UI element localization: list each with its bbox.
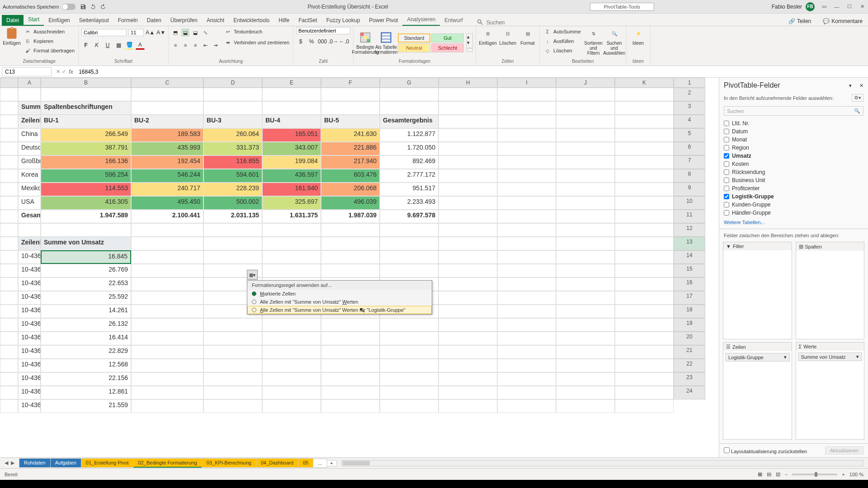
- tell-me-search[interactable]: [486, 19, 527, 26]
- increase-font-icon[interactable]: A▲: [146, 28, 155, 37]
- thousands-icon[interactable]: 000: [318, 37, 327, 46]
- autosum-button[interactable]: ΣAutoSumme: [542, 27, 582, 36]
- tab-formulas[interactable]: Formeln: [113, 15, 142, 26]
- view-layout-icon[interactable]: ▤: [767, 471, 771, 477]
- align-right-icon[interactable]: ≡: [191, 41, 199, 49]
- popup-option-selected-cells[interactable]: Markierte Zellen: [247, 290, 432, 298]
- field-monat[interactable]: Monat: [724, 136, 863, 144]
- row-header[interactable]: 4: [674, 115, 705, 128]
- field-checkbox[interactable]: [724, 202, 729, 207]
- indent-dec-icon[interactable]: ⇤: [201, 41, 209, 49]
- copy-button[interactable]: ⎘Kopieren: [23, 37, 75, 46]
- row-header[interactable]: 15: [674, 264, 705, 277]
- row-header[interactable]: 12: [674, 223, 705, 237]
- fill-color-button[interactable]: 🪣: [125, 41, 134, 50]
- view-normal-icon[interactable]: ▦: [758, 471, 762, 477]
- style-gut[interactable]: Gut: [431, 33, 464, 42]
- field-checkbox[interactable]: [724, 129, 729, 134]
- row-header[interactable]: 8: [674, 169, 705, 183]
- field-datum[interactable]: Datum: [724, 127, 863, 136]
- tab-fuzzy[interactable]: Fuzzy Lookup: [322, 15, 365, 26]
- font-color-button[interactable]: A: [136, 41, 145, 50]
- fill-button[interactable]: ↓Ausfüllen: [542, 37, 582, 46]
- tab-factset[interactable]: FactSet: [294, 15, 321, 26]
- popup-option-all-values-for-group[interactable]: Alle Zellen mit "Summe von Umsatz" Werte…: [247, 306, 432, 314]
- tab-powerpivot[interactable]: Power Pivot: [364, 15, 402, 26]
- underline-button[interactable]: U: [103, 41, 112, 50]
- styles-scroll[interactable]: ▴▾⋯: [467, 33, 473, 52]
- bold-button[interactable]: F: [81, 41, 90, 50]
- style-neutral[interactable]: Neutral: [398, 43, 430, 52]
- field-r-cksendung[interactable]: Rücksendung: [724, 168, 863, 176]
- field-checkbox[interactable]: [724, 186, 729, 191]
- tab-help[interactable]: Hilfe: [274, 15, 294, 26]
- field-lfd--nr-[interactable]: Lfd. Nr.: [724, 119, 863, 127]
- align-middle-icon[interactable]: ⬓: [181, 28, 189, 37]
- row-header[interactable]: 22: [674, 359, 705, 372]
- align-top-icon[interactable]: ⬒: [171, 28, 179, 37]
- style-standard[interactable]: Standard: [398, 33, 430, 42]
- tab-analyze[interactable]: Analysieren: [402, 14, 440, 26]
- italic-button[interactable]: K: [92, 41, 101, 50]
- field-checkbox[interactable]: [724, 178, 729, 183]
- fx-icon[interactable]: fx: [69, 68, 73, 75]
- font-name-select[interactable]: [81, 29, 127, 36]
- tab-pagelayout[interactable]: Seitenlayout: [75, 15, 113, 26]
- sheet-nav-next-icon[interactable]: ▶: [11, 460, 14, 466]
- format-painter-button[interactable]: 🖌Format übertragen: [23, 46, 75, 55]
- tab-file[interactable]: Datei: [2, 15, 24, 26]
- gear-icon[interactable]: ⚙▾: [852, 94, 863, 102]
- comments-button[interactable]: 💬Kommentare: [819, 17, 866, 26]
- enter-formula-icon[interactable]: ✓: [62, 69, 66, 75]
- paste-button[interactable]: Einfügen: [3, 27, 21, 58]
- sheet-tab-05[interactable]: 05: [298, 458, 313, 468]
- search-icon[interactable]: [476, 19, 484, 26]
- format-cells-button[interactable]: ▤Format: [519, 27, 537, 58]
- find-select-button[interactable]: 🔍Suchen und Auswählen: [605, 27, 623, 58]
- field-logistik-gruppe[interactable]: Logistik-Gruppe: [724, 192, 863, 201]
- field-checkbox[interactable]: [724, 137, 729, 142]
- clear-button[interactable]: ◇Löschen: [542, 46, 582, 55]
- share-button[interactable]: 🔗Teilen: [785, 17, 815, 26]
- formatting-options-smarttag[interactable]: ▦▾: [247, 270, 258, 280]
- style-schlecht[interactable]: Schlecht: [431, 43, 464, 52]
- tab-design[interactable]: Entwurf: [440, 15, 467, 26]
- pill-logistik-gruppe[interactable]: Logistik-Gruppe▾: [725, 353, 790, 361]
- field-pane-dropdown-icon[interactable]: ▾: [849, 83, 852, 88]
- field-region[interactable]: Region: [724, 144, 863, 152]
- view-break-icon[interactable]: ▧: [776, 471, 780, 477]
- row-header[interactable]: 2: [674, 88, 705, 101]
- field-h-ndler-gruppe[interactable]: Händler-Gruppe: [724, 209, 863, 217]
- area-rows[interactable]: ☰Zeilen Logistik-Gruppe▾: [723, 342, 792, 440]
- zoom-out-icon[interactable]: −: [785, 472, 788, 477]
- row-header[interactable]: 11: [674, 210, 705, 223]
- conditional-formatting-button[interactable]: Bedingte Formatierung: [356, 31, 374, 55]
- tab-review[interactable]: Überprüfen: [166, 15, 202, 26]
- row-header[interactable]: 14: [674, 250, 705, 264]
- field-business-unit[interactable]: Business Unit: [724, 176, 863, 184]
- toggle-switch-icon[interactable]: [62, 4, 75, 10]
- row-header[interactable]: 3: [674, 101, 705, 115]
- field-pane-close-icon[interactable]: ✕: [859, 83, 863, 88]
- row-header[interactable]: 20: [674, 332, 705, 345]
- cancel-formula-icon[interactable]: ✕: [56, 69, 60, 75]
- row-header[interactable]: 16: [674, 277, 705, 291]
- tab-insert[interactable]: Einfügen: [44, 15, 74, 26]
- sort-filter-button[interactable]: ⇅Sortieren und Filtern: [585, 27, 603, 58]
- field-checkbox[interactable]: [724, 169, 729, 175]
- field-umsatz[interactable]: Umsatz: [724, 152, 863, 160]
- orientation-icon[interactable]: ⤡: [201, 28, 209, 37]
- decrease-font-icon[interactable]: A▼: [156, 28, 165, 37]
- align-center-icon[interactable]: ≡: [181, 41, 189, 49]
- field-checkbox[interactable]: [724, 121, 729, 126]
- add-sheet-button[interactable]: +: [327, 460, 337, 466]
- area-values[interactable]: ΣWerte Summe von Umsatz▾: [796, 342, 865, 440]
- indent-inc-icon[interactable]: ⇥: [211, 41, 219, 49]
- merge-center-button[interactable]: ⬌Verbinden und zentrieren: [223, 38, 290, 47]
- redo-icon[interactable]: [100, 4, 106, 10]
- minimize-icon[interactable]: —: [834, 4, 840, 10]
- sheet-tab-rohdaten[interactable]: Rohdaten: [19, 458, 51, 468]
- sheet-tab-aufgaben[interactable]: Aufgaben: [50, 458, 81, 468]
- row-header[interactable]: 24: [674, 386, 705, 399]
- align-left-icon[interactable]: ≡: [171, 41, 179, 49]
